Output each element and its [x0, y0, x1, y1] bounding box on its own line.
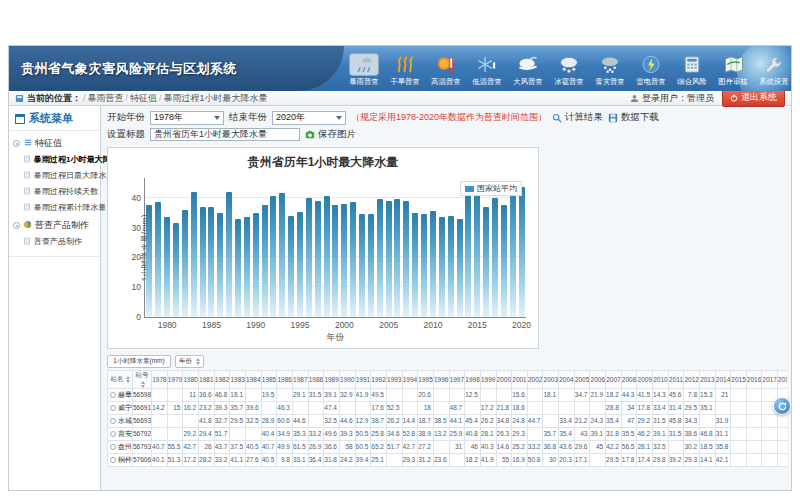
- value-cell: 23.2: [199, 401, 215, 414]
- start-year-select[interactable]: 1978年: [150, 111, 224, 125]
- save-image-button[interactable]: 保存图片: [305, 128, 356, 141]
- x-tick-label: 2000: [335, 320, 354, 330]
- station-id-cell: 56693: [133, 414, 152, 427]
- row-expander-icon[interactable]: [110, 457, 116, 463]
- nav-wind[interactable]: 大风普查: [508, 54, 548, 87]
- value-cell: 44.3: [621, 388, 637, 401]
- year-header-1983: 1983: [230, 371, 246, 389]
- sidebar-group-pie-icon[interactable]: 普查产品制作: [9, 216, 100, 234]
- breadcrumb-part[interactable]: 暴雨普查: [88, 93, 124, 103]
- bar-1990: [253, 213, 259, 317]
- nav-map-review[interactable]: 图件审核: [713, 54, 753, 87]
- value-cell: 33.2: [527, 440, 543, 453]
- bar-1983: [191, 192, 197, 317]
- nav-snow[interactable]: 雪灾普查: [590, 54, 630, 87]
- row-expander-icon[interactable]: [110, 431, 116, 437]
- row-expander-icon[interactable]: [110, 392, 116, 398]
- calc-result-button[interactable]: 计算结果: [552, 111, 603, 124]
- collapse-toggle-icon[interactable]: [13, 140, 20, 147]
- value-cell: [449, 453, 465, 466]
- row-expander-icon[interactable]: [110, 405, 116, 411]
- station-name-header[interactable]: 站名: [108, 371, 133, 389]
- breadcrumb: /暴雨普查/特征值/暴雨过程1小时最大降水量: [81, 92, 268, 105]
- row-expander-icon[interactable]: [110, 444, 116, 450]
- bar-2003: [368, 214, 374, 317]
- value-cell: [762, 414, 777, 427]
- value-cell: 26.3: [496, 427, 512, 440]
- collapse-toggle-icon[interactable]: [13, 222, 20, 229]
- x-tick-label: 1980: [158, 320, 177, 330]
- nav-settings[interactable]: 系统设置: [754, 54, 791, 87]
- nav-item-label: 雪灾普查: [595, 76, 624, 86]
- value-cell: [152, 388, 168, 401]
- bar-1981: [173, 223, 179, 317]
- sidebar-item[interactable]: 暴雨过程日最大降水量: [9, 168, 95, 183]
- value-cell: 49.9: [277, 440, 293, 453]
- value-cell: [715, 401, 731, 414]
- data-download-button[interactable]: 数据下载: [608, 111, 659, 124]
- value-cell: 35.7: [543, 427, 559, 440]
- value-cell: 39.3: [339, 427, 355, 440]
- nav-hail[interactable]: 冰雹普查: [549, 54, 589, 87]
- value-cell: 34.3: [684, 414, 700, 427]
- value-cell: 14.1: [700, 453, 716, 466]
- bar-2014: [465, 195, 471, 317]
- bar-1982: [182, 210, 188, 317]
- bar-1988: [235, 219, 241, 317]
- value-cell: 39.1: [324, 388, 340, 401]
- logout-button[interactable]: 退出系统: [722, 89, 785, 107]
- value-cell: 35.4: [606, 414, 622, 427]
- bar-2006: [394, 199, 400, 317]
- sidebar-item[interactable]: 暴雨过程持续天数: [9, 184, 95, 199]
- value-cell: 45.6: [668, 388, 684, 401]
- year-header-2004: 2004: [559, 371, 575, 389]
- year-header-1991: 1991: [355, 371, 371, 389]
- value-cell: [574, 401, 590, 414]
- year-header-2002: 2002: [527, 371, 543, 389]
- page-icon: [23, 187, 31, 197]
- sidebar-item[interactable]: 暴雨过程1小时最大降水量: [9, 152, 95, 167]
- value-cell: 38.5: [433, 414, 449, 427]
- sidebar-item[interactable]: 暴雨过程累计降水量: [9, 200, 95, 215]
- value-cell: 29.5: [606, 453, 622, 466]
- value-cell: 33.2: [308, 427, 324, 440]
- refresh-float-button[interactable]: [773, 397, 791, 415]
- title-banner: 贵州省气象灾害风险评估与区划系统: [9, 46, 344, 91]
- value-cell: 39.4: [355, 453, 371, 466]
- breadcrumb-part[interactable]: 暴雨过程1小时最大降水量: [164, 93, 268, 103]
- nav-rain-cloud[interactable]: 暴雨普查: [344, 54, 384, 87]
- value-cell: 61.5: [292, 440, 308, 453]
- sidebar-item[interactable]: 普查产品制作: [9, 234, 95, 249]
- end-year-select[interactable]: 2020年: [272, 111, 346, 125]
- sidebar-group-list-icon[interactable]: 特征值: [9, 134, 100, 152]
- value-cell: [746, 440, 761, 453]
- year-header-1987: 1987: [292, 371, 308, 389]
- value-cell: 26.2: [386, 414, 402, 427]
- nav-drought[interactable]: 干旱普查: [385, 54, 425, 87]
- station-id-header[interactable]: 站号: [133, 371, 152, 389]
- bar-1995: [297, 212, 303, 317]
- bar-1991: [262, 205, 268, 317]
- year-field[interactable]: 年份: [175, 355, 204, 368]
- station-name-cell: 盘州: [108, 440, 133, 453]
- value-cell: 47.4: [324, 401, 340, 414]
- bar-2004: [377, 199, 383, 317]
- header-nav: 暴雨普查干旱普查高温普查低温普查大风普查冰雹普查雪灾普查雷电普查综合风险图件审核…: [344, 46, 791, 91]
- bar-2012: [448, 216, 454, 317]
- value-cell: [590, 453, 606, 466]
- measure-field[interactable]: 1小时降水量(mm): [107, 355, 171, 368]
- nav-lightning[interactable]: 雷电普查: [631, 54, 671, 87]
- value-cell: 29.8: [653, 453, 669, 466]
- nav-composite-risk[interactable]: 综合风险: [672, 54, 712, 87]
- value-cell: 40.3: [480, 440, 496, 453]
- year-header-2000: 2000: [496, 371, 512, 389]
- value-cell: 36.8: [543, 440, 559, 453]
- breadcrumb-part[interactable]: 特征值: [130, 93, 157, 103]
- year-header-1982: 1982: [214, 371, 230, 389]
- row-expander-icon[interactable]: [110, 418, 116, 424]
- chart-title-input[interactable]: [150, 128, 300, 141]
- nav-low-temp[interactable]: 低温普查: [467, 54, 507, 87]
- value-cell: 25.1: [371, 453, 387, 466]
- nav-high-temp[interactable]: 高温普查: [426, 54, 466, 87]
- nav-item-label: 干旱普查: [390, 76, 419, 86]
